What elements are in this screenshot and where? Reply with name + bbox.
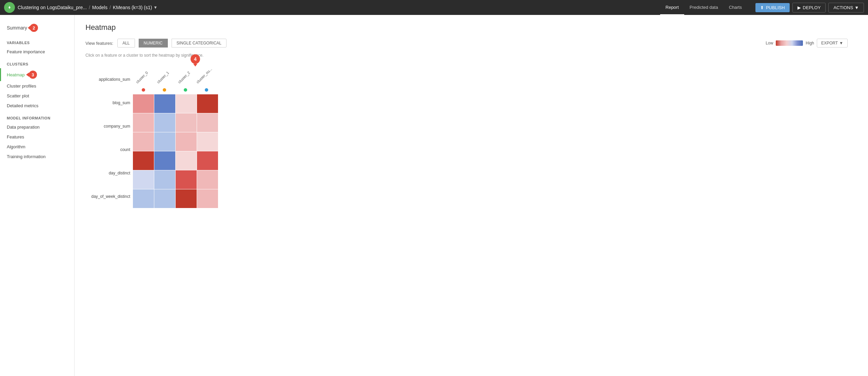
section-clusters-label: CLUSTERS	[0, 57, 74, 68]
col-header-3[interactable]: cluster_ou...	[196, 68, 217, 92]
col-label-2: cluster_2	[177, 71, 191, 84]
view-numeric-button[interactable]: NUMERIC	[139, 39, 168, 48]
cell-1-3[interactable]	[197, 113, 218, 132]
breadcrumb-project[interactable]: Clustering on LogsDataiku_pre...	[18, 5, 87, 10]
col-label-3: cluster_ou...	[196, 67, 213, 84]
algorithm-label: Algorithm	[7, 144, 25, 149]
deploy-label: DEPLOY	[803, 5, 821, 10]
publish-button[interactable]: ⬆ PUBLISH	[755, 3, 790, 12]
feature-importance-label: Feature importance	[7, 49, 45, 54]
cell-5-3[interactable]	[197, 189, 218, 208]
cell-1-2[interactable]	[176, 113, 197, 132]
cell-0-2[interactable]	[176, 94, 197, 113]
col-dot-3	[205, 88, 208, 92]
training-information-label: Training information	[7, 154, 45, 159]
badge-4-label: 4	[194, 56, 197, 62]
cell-3-3[interactable]	[197, 151, 218, 170]
summary-label: Summary	[7, 25, 27, 31]
heatmap-row-2	[133, 132, 218, 151]
col-label-1: cluster_1	[156, 71, 170, 84]
cell-5-2[interactable]	[176, 189, 197, 208]
tab-charts[interactable]: Charts	[724, 0, 747, 15]
dataiku-icon	[6, 4, 13, 11]
annotation-badge-4: 4	[191, 54, 200, 64]
heatmap-row-4	[133, 170, 218, 189]
cell-2-0[interactable]	[133, 132, 154, 151]
annotation-badge-2: 2	[30, 24, 38, 32]
export-label: EXPORT	[821, 41, 838, 45]
cell-1-1[interactable]	[154, 113, 175, 132]
legend-low-label: Low	[766, 41, 773, 45]
tab-predicted-data[interactable]: Predicted data	[684, 0, 724, 15]
cell-4-1[interactable]	[154, 170, 175, 189]
export-button[interactable]: EXPORT ▼	[817, 39, 848, 48]
heatmap-row-1	[133, 113, 218, 132]
section-variables-label: VARIABLES	[0, 35, 74, 47]
heatmap-hint: Click on a feature or a cluster to sort …	[85, 53, 857, 58]
breadcrumb-sep-1: /	[89, 5, 90, 10]
cluster-profiles-label: Cluster profiles	[7, 83, 36, 89]
actions-label: ACTIONS	[833, 5, 853, 10]
cell-3-1[interactable]	[154, 151, 175, 170]
col-dot-2	[184, 88, 187, 92]
sidebar-item-heatmap[interactable]: Heatmap 3	[0, 68, 74, 81]
heatmap-row-5	[133, 189, 218, 208]
cell-0-0[interactable]	[133, 94, 154, 113]
cell-0-1[interactable]	[154, 94, 175, 113]
col-header-2[interactable]: cluster_2	[175, 68, 196, 92]
sidebar-item-algorithm[interactable]: Algorithm	[0, 142, 74, 152]
sidebar-item-cluster-profiles[interactable]: Cluster profiles	[0, 81, 74, 91]
heatmap: applications_sum blog_sum company_sum co…	[85, 68, 218, 208]
deploy-icon: ▶	[797, 5, 801, 10]
layout: Summary 2 VARIABLES Feature importance C…	[0, 15, 868, 376]
cell-2-3[interactable]	[197, 132, 218, 151]
sidebar-item-training-information[interactable]: Training information	[0, 152, 74, 162]
sidebar-item-scatter-plot[interactable]: Scatter plot	[0, 91, 74, 101]
model-dropdown-arrow[interactable]: ▼	[153, 5, 157, 10]
cell-2-2[interactable]	[176, 132, 197, 151]
cell-2-1[interactable]	[154, 132, 175, 151]
sidebar-item-detailed-metrics[interactable]: Detailed metrics	[0, 101, 74, 111]
cell-0-3[interactable]	[197, 94, 218, 113]
col-dot-0	[142, 88, 145, 92]
nav-tabs: Report Predicted data Charts	[660, 0, 747, 15]
heatmap-row-labels: applications_sum blog_sum company_sum co…	[85, 68, 133, 208]
scatter-plot-label: Scatter plot	[7, 93, 29, 98]
col-header-1[interactable]: cluster_1	[154, 68, 175, 92]
legend-gradient	[776, 40, 803, 46]
cell-4-3[interactable]	[197, 170, 218, 189]
cell-5-1[interactable]	[154, 189, 175, 208]
row-label-0: applications_sum	[85, 70, 130, 89]
sidebar-item-summary[interactable]: Summary 2	[0, 20, 74, 35]
cell-3-2[interactable]	[176, 151, 197, 170]
col-header-0[interactable]: cluster_0	[133, 68, 154, 92]
heatmap-label: Heatmap	[7, 72, 25, 77]
cell-4-2[interactable]	[176, 170, 197, 189]
sidebar-item-feature-importance[interactable]: Feature importance	[0, 47, 74, 57]
cell-1-0[interactable]	[133, 113, 154, 132]
deploy-button[interactable]: ▶ DEPLOY	[792, 3, 826, 13]
page-title: Heatmap	[85, 23, 857, 32]
breadcrumb-section[interactable]: Models	[92, 5, 107, 10]
cell-4-0[interactable]	[133, 170, 154, 189]
view-single-categorical-button[interactable]: SINGLE CATEGORICAL	[172, 39, 226, 48]
actions-button[interactable]: ACTIONS ▼	[828, 3, 864, 13]
col-dot-1	[163, 88, 166, 92]
actions-dropdown-icon: ▼	[854, 5, 859, 10]
heatmap-wrapper: 4 applications_sum blog_sum company_sum …	[85, 64, 218, 208]
row-label-4: day_distinct	[85, 164, 130, 183]
heatmap-col-area: cluster_0 cluster_1 cluster_2 clust	[133, 68, 218, 208]
breadcrumb-model-label: KMeans (k=3) (s1)	[113, 5, 152, 10]
view-all-button[interactable]: ALL	[117, 39, 135, 48]
sidebar-item-features[interactable]: Features	[0, 132, 74, 142]
badge-4-arrow	[193, 64, 197, 67]
cell-5-0[interactable]	[133, 189, 154, 208]
tab-report[interactable]: Report	[660, 0, 684, 15]
breadcrumb-model[interactable]: KMeans (k=3) (s1) ▼	[113, 5, 157, 10]
app-logo[interactable]	[4, 2, 15, 13]
sidebar-item-data-preparation[interactable]: Data preparation	[0, 122, 74, 132]
annotation-badge-3: 3	[29, 71, 37, 79]
features-label: Features	[7, 134, 24, 139]
data-preparation-label: Data preparation	[7, 125, 40, 130]
cell-3-0[interactable]	[133, 151, 154, 170]
